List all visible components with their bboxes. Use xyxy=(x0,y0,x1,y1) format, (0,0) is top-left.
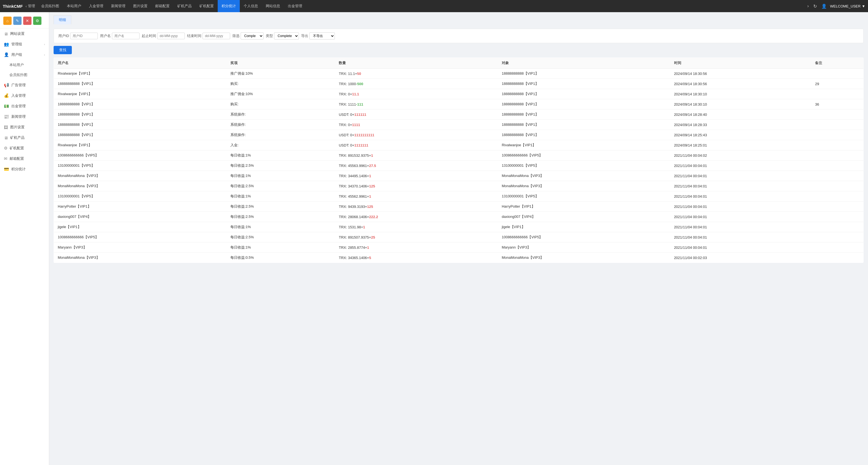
amount-delta: 1 xyxy=(363,225,365,229)
edit-icon-button[interactable]: ✎ xyxy=(13,17,22,25)
type-select[interactable]: Complete All xyxy=(274,32,299,39)
sidebar-item-withdrawal[interactable]: 💵 出金管理 xyxy=(0,101,49,111)
filter-status-select[interactable]: Comple Pending xyxy=(241,32,264,39)
export-select[interactable]: 不导出 导出CSV 导出Excel xyxy=(309,32,335,39)
nav-item-2[interactable]: 入金管理 xyxy=(85,0,107,12)
tab-detail[interactable]: 明细 xyxy=(54,16,71,24)
nav-item-10[interactable]: 网站信息 xyxy=(262,0,284,12)
cell-award: 每日收益:1% xyxy=(226,171,335,181)
sidebar-label-admin-group: 管理组 xyxy=(11,42,22,47)
cell-username: MonaMonaMona【VIP3】 xyxy=(54,253,226,263)
cell-award: 每日收益:2.5% xyxy=(226,161,335,171)
nav-item-3[interactable]: 新闻管理 xyxy=(107,0,129,12)
cell-amount: TRX: 34495.1406+1 xyxy=(335,171,498,181)
cell-remark xyxy=(811,150,863,161)
cell-target: MonaMonaMona【VIP3】 xyxy=(498,171,670,181)
sidebar-item-member-topology[interactable]: 会员拓扑图 xyxy=(0,70,49,80)
cell-award: 推广佣金:10% xyxy=(226,68,335,79)
sidebar-item-local-users[interactable]: 本站用户 xyxy=(0,60,49,70)
cell-remark xyxy=(811,161,863,171)
sidebar-item-admin-group[interactable]: 👥 管理组 › xyxy=(0,39,49,50)
username-input[interactable] xyxy=(112,33,140,39)
nav-item-8[interactable]: 积分统计 xyxy=(218,0,240,12)
cell-award: 系统操作: xyxy=(226,130,335,140)
sidebar-item-image-settings[interactable]: 🖼 图片设置 xyxy=(0,122,49,133)
cell-target: jigele【VIP1】 xyxy=(498,222,670,232)
amount-delta: 111111 xyxy=(354,113,366,117)
type-label: 类型 xyxy=(266,33,273,38)
amount-base: TRX: 0+ xyxy=(339,123,352,127)
home-icon-button[interactable]: ⌂ xyxy=(3,17,11,25)
cell-time: 2021/11/04 00:02:03 xyxy=(670,253,811,263)
amount-delta: 11.1 xyxy=(352,92,359,96)
cell-remark xyxy=(811,120,863,130)
nav-item-9[interactable]: 个人信息 xyxy=(240,0,262,12)
userid-input[interactable] xyxy=(70,33,98,39)
nav-item-5[interactable]: 邮箱配置 xyxy=(151,0,174,12)
nav-item-1[interactable]: 本站用户 xyxy=(63,0,85,12)
sidebar: ⌂ ✎ ✕ ⚙ 🖥 网站设置 👥 管理组 › 👤 用户组 › 本站用户 会员拓扑… xyxy=(0,12,49,465)
amount-base: TRX: 891507.9375+ xyxy=(339,235,371,239)
nav-item-6[interactable]: 矿机产品 xyxy=(174,0,195,12)
data-table: 用户名 奖项 数量 对象 时间 备注 xyxy=(54,58,864,263)
search-button[interactable]: 查找 xyxy=(54,46,72,54)
group-icon: 👥 xyxy=(4,42,9,47)
cell-time: 2021/11/04 00:04:01 xyxy=(670,232,811,242)
sidebar-label-image-settings: 图片设置 xyxy=(10,125,25,130)
news-icon: 📰 xyxy=(4,114,9,119)
nav-item-11[interactable]: 出金管理 xyxy=(284,0,306,12)
sidebar-item-ads[interactable]: 📢 广告管理 xyxy=(0,80,49,90)
settings-icon-button[interactable]: ⚙ xyxy=(33,17,41,25)
nav-back-button[interactable]: ‹ 管理 xyxy=(26,4,35,8)
cell-time: 2021/11/04 00:04:01 xyxy=(670,202,811,212)
cell-target: MonaMonaMona【VIP3】 xyxy=(498,253,670,263)
sidebar-label-news: 新闻管理 xyxy=(11,114,26,119)
delete-icon-button[interactable]: ✕ xyxy=(23,17,31,25)
table-row: 18888888888【VIP1】 系统操作: USDT: 0+111111 1… xyxy=(54,110,864,120)
table-row: Maryann【VIP3】 每日收益:1% TRX: 2855.8774+1 M… xyxy=(54,242,864,253)
amount-delta: 1111111 xyxy=(354,143,368,147)
cell-target: 18888888888【VIP1】 xyxy=(498,120,670,130)
nav-back-label: 管理 xyxy=(28,4,35,8)
table-row: 13100000001【VIP5】 每日收益:2.5% TRX: 45563.9… xyxy=(54,161,864,171)
cell-remark xyxy=(811,232,863,242)
cell-target: 1008666666666【VIP5】 xyxy=(498,232,670,242)
end-time-input[interactable] xyxy=(203,33,230,39)
sidebar-item-email[interactable]: ✉ 邮箱配置 xyxy=(0,153,49,164)
cell-target: 13100000001【VIP5】 xyxy=(498,191,670,202)
sidebar-label-miner-products: 矿机产品 xyxy=(10,135,25,140)
start-time-input[interactable] xyxy=(157,33,185,39)
refresh-icon[interactable]: ↻ xyxy=(812,2,818,10)
user-label[interactable]: WELCOME_USER ▼ xyxy=(830,4,865,8)
cell-remark: 36 xyxy=(811,99,863,110)
cell-amount: TRX: 1000-500 xyxy=(335,79,498,89)
sidebar-item-user-group[interactable]: 👤 用户组 › xyxy=(0,50,49,60)
cell-award: 每日收益:0.5% xyxy=(226,253,335,263)
amount-base: TRX: 34365.1406+ xyxy=(339,256,369,260)
cell-remark xyxy=(811,242,863,253)
sidebar-item-miner-config[interactable]: ⚙ 矿机配置 xyxy=(0,143,49,153)
main-content: 明细 用户ID 用户名 起止时间 结束时间 筛选 xyxy=(49,12,868,465)
cell-amount: TRX: 1531.98+1 xyxy=(335,222,498,232)
sidebar-item-website-settings[interactable]: 🖥 网站设置 xyxy=(0,28,49,39)
table-row: HarryPotter【VIP1】 每日收益:2.5% TRX: 9439.31… xyxy=(54,202,864,212)
nav-item-7[interactable]: 矿机配置 xyxy=(195,0,218,12)
sidebar-item-news[interactable]: 📰 新闻管理 xyxy=(0,111,49,122)
cell-remark xyxy=(811,253,863,263)
sidebar-item-points-stats[interactable]: 💳 积分统计 xyxy=(0,164,49,174)
amount-base: TRX: 45563.9961+ xyxy=(339,164,369,168)
more-nav-icon[interactable]: › xyxy=(806,2,810,10)
sidebar-item-deposit[interactable]: 💰 入金管理 xyxy=(0,90,49,101)
cell-amount: USDT: 0+111111 xyxy=(335,110,498,120)
filter-group-export: 导出 不导出 导出CSV 导出Excel xyxy=(301,32,335,39)
sidebar-item-miner-products[interactable]: 🖥 矿机产品 xyxy=(0,133,49,143)
nav-item-4[interactable]: 图片设置 xyxy=(129,0,151,12)
cell-username: 1008666666666【VIP5】 xyxy=(54,232,226,242)
nav-item-0[interactable]: 会员拓扑图 xyxy=(37,0,63,12)
cell-time: 2021/11/04 00:04:01 xyxy=(670,242,811,253)
filter-group-status: 筛选 Comple Pending xyxy=(232,32,264,39)
cell-remark xyxy=(811,202,863,212)
cell-time: 2024/09/14 18:30:10 xyxy=(670,89,811,99)
table-row: MonaMonaMona【VIP3】 每日收益:2.5% TRX: 34370.… xyxy=(54,181,864,191)
cell-target: MonaMonaMona【VIP3】 xyxy=(498,181,670,191)
